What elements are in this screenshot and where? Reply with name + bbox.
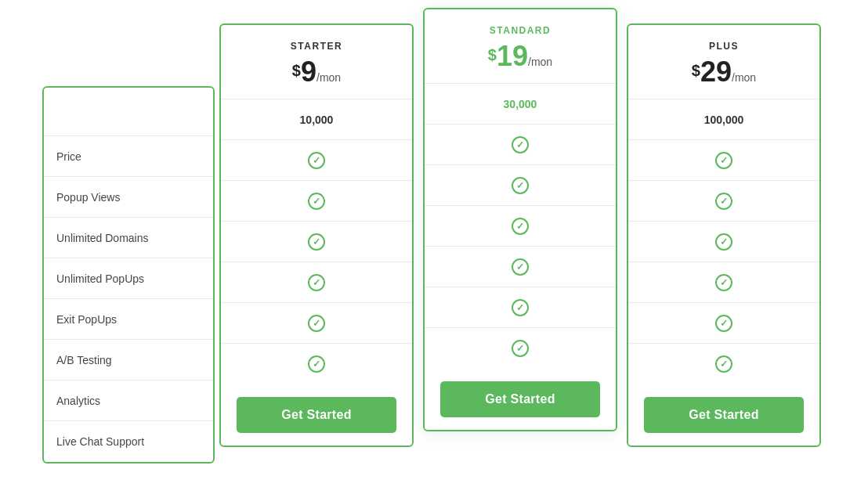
check-icon: ✓ [715, 274, 732, 291]
plan-starter-unlimited-domains: ✓ [221, 140, 412, 181]
check-icon: ✓ [308, 152, 325, 169]
feature-row-unlimited-popups: Unlimited PopUps [44, 258, 213, 299]
plan-plus-unlimited-popups: ✓ [628, 181, 819, 222]
check-icon: ✓ [308, 355, 325, 373]
plan-standard-amount: 19 [497, 40, 528, 72]
plan-plus-name: PLUS [636, 41, 812, 52]
plan-plus-per: /mon [732, 71, 756, 84]
plan-plus-amount: 29 [700, 56, 732, 88]
plan-starter-currency: $ [292, 63, 301, 78]
plan-starter-header: STARTER $9/mon [221, 25, 412, 99]
plan-plus-footer: Get Started [628, 384, 819, 446]
check-icon: ✓ [512, 299, 529, 316]
plan-standard-name: STANDARD [432, 25, 608, 36]
plan-standard-live-chat: ✓ [425, 328, 616, 369]
plan-standard-unlimited-popups: ✓ [425, 165, 616, 206]
plan-plus-header: PLUS $29/mon [628, 25, 819, 99]
plan-starter-price: $9/mon [229, 58, 404, 86]
check-icon: ✓ [512, 136, 529, 153]
plan-standard-header: STANDARD $19/mon [425, 9, 616, 84]
plan-starter-analytics: ✓ [221, 303, 412, 344]
feature-header-spacer [44, 88, 213, 136]
plan-standard-footer: Get Started [425, 369, 616, 430]
feature-row-live-chat: Live Chat Support [44, 421, 213, 462]
check-icon: ✓ [715, 355, 732, 373]
plan-starter-exit-popups: ✓ [221, 222, 412, 262]
plan-standard-exit-popups: ✓ [425, 206, 616, 247]
plan-starter-ab-testing: ✓ [221, 262, 412, 303]
check-icon: ✓ [308, 315, 325, 332]
feature-row-popup-views: Popup Views [44, 177, 213, 218]
plan-starter-popup-views: 10,000 [221, 99, 412, 140]
plan-plus-price: $29/mon [636, 58, 812, 86]
check-icon: ✓ [308, 193, 325, 210]
feature-row-ab-testing: A/B Testing [44, 340, 213, 381]
plan-starter-live-chat: ✓ [221, 344, 412, 384]
check-icon: ✓ [512, 177, 529, 194]
plan-plus-currency: $ [692, 63, 700, 78]
plan-plus-ab-testing: ✓ [628, 262, 819, 303]
pricing-table: Price Popup Views Unlimited Domains Unli… [42, 23, 826, 464]
plan-starter-cta[interactable]: Get Started [237, 397, 396, 433]
check-icon: ✓ [512, 340, 529, 357]
feature-row-exit-popups: Exit PopUps [44, 299, 213, 340]
plan-plus-popup-views: 100,000 [628, 99, 819, 140]
check-icon: ✓ [512, 258, 529, 276]
plan-standard-cta[interactable]: Get Started [440, 381, 600, 417]
plan-standard-ab-testing: ✓ [425, 247, 616, 287]
plan-standard-price: $19/mon [432, 42, 608, 70]
plan-plus-live-chat: ✓ [628, 344, 819, 384]
check-icon: ✓ [715, 193, 732, 210]
plan-plus: PLUS $29/mon 100,000 ✓ ✓ ✓ ✓ ✓ ✓ Get Sta… [627, 23, 821, 447]
plan-standard-analytics: ✓ [425, 287, 616, 328]
plan-standard-unlimited-domains: ✓ [425, 124, 616, 165]
plan-plus-analytics: ✓ [628, 303, 819, 344]
check-icon: ✓ [715, 315, 732, 332]
check-icon: ✓ [715, 152, 732, 169]
plan-starter: STARTER $9/mon 10,000 ✓ ✓ ✓ ✓ ✓ ✓ Get St… [219, 23, 414, 447]
check-icon: ✓ [308, 233, 325, 251]
feature-row-analytics: Analytics [44, 381, 213, 421]
plan-plus-exit-popups: ✓ [628, 222, 819, 262]
plan-standard: STANDARD $19/mon 30,000 ✓ ✓ ✓ ✓ ✓ ✓ Get … [423, 8, 617, 431]
check-icon: ✓ [308, 274, 325, 291]
check-icon: ✓ [715, 233, 732, 251]
plan-starter-name: STARTER [229, 41, 404, 52]
plan-standard-per: /mon [528, 56, 552, 68]
feature-row-price: Price [44, 136, 213, 177]
plan-starter-amount: 9 [301, 56, 316, 88]
plan-plus-cta[interactable]: Get Started [644, 397, 804, 433]
plan-plus-unlimited-domains: ✓ [628, 140, 819, 181]
features-column: Price Popup Views Unlimited Domains Unli… [42, 86, 215, 464]
plan-starter-unlimited-popups: ✓ [221, 181, 412, 222]
check-icon: ✓ [512, 218, 529, 235]
plan-starter-per: /mon [316, 71, 341, 84]
feature-row-unlimited-domains: Unlimited Domains [44, 218, 213, 258]
plan-standard-popup-views: 30,000 [425, 84, 616, 124]
plan-standard-currency: $ [488, 47, 497, 63]
plan-starter-footer: Get Started [221, 384, 412, 446]
